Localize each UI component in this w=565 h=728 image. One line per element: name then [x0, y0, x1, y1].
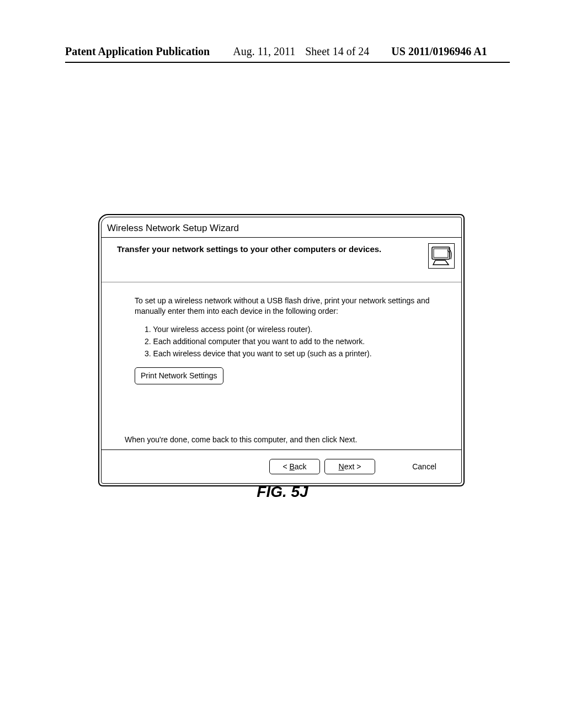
page-header: Patent Application Publication Aug. 11, … [65, 45, 510, 58]
intro-text: To set up a wireless network without a U… [135, 296, 445, 317]
done-instruction: When you're done, come back to this comp… [102, 435, 461, 449]
step-1: 1. Your wireless access point (or wirele… [145, 324, 445, 335]
back-button[interactable]: < Back [269, 459, 320, 474]
pub-label: Patent Application Publication [65, 45, 210, 58]
pub-date: Aug. 11, 2011 [233, 45, 295, 58]
button-row: < Back Next > Cancel [102, 449, 461, 483]
dialog-outer: Wireless Network Setup Wizard Transfer y… [98, 214, 465, 486]
print-network-settings-button[interactable]: Print Network Settings [135, 367, 223, 384]
header-rule [65, 62, 510, 63]
monitor-icon [428, 243, 455, 269]
doc-number: US 2011/0196946 A1 [391, 45, 487, 58]
steps-list: 1. Your wireless access point (or wirele… [135, 324, 445, 359]
next-button[interactable]: Next > [324, 459, 375, 474]
dialog-header-band: Transfer your network settings to your o… [102, 237, 461, 282]
svg-rect-1 [434, 249, 448, 258]
cancel-button[interactable]: Cancel [399, 459, 449, 474]
step-3: 3. Each wireless device that you want to… [145, 349, 445, 359]
figure-caption: FIG. 5J [0, 483, 565, 501]
sheet-number: Sheet 14 of 24 [305, 45, 369, 58]
dialog-title: Wireless Network Setup Wizard [102, 217, 461, 237]
dialog-heading: Transfer your network settings to your o… [117, 243, 381, 254]
step-2: 2. Each additional computer that you wan… [145, 336, 445, 347]
dialog-inner: Wireless Network Setup Wizard Transfer y… [101, 217, 462, 484]
dialog-content: To set up a wireless network without a U… [102, 282, 461, 389]
